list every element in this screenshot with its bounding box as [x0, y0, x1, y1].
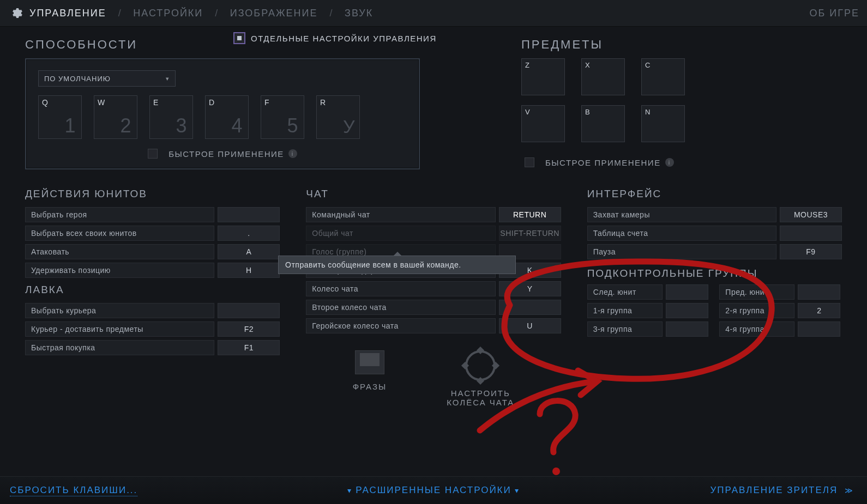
bind-row[interactable]: АтаковатьA	[25, 244, 280, 260]
bind-row[interactable]: Выбрать героя	[25, 207, 280, 223]
bind-row[interactable]: Общий чатSHIFT-RETURN	[306, 225, 561, 241]
ability-slot-6[interactable]: RУ	[316, 95, 360, 139]
abilities-quickcast[interactable]: БЫСТРОЕ ПРИМЕНЕНИЕ i	[38, 149, 407, 159]
tab-about[interactable]: ОБ ИГРЕ	[807, 8, 862, 19]
reset-keys-button[interactable]: СБРОСИТЬ КЛАВИШИ...	[10, 485, 137, 496]
item-slot-3[interactable]: C	[641, 58, 685, 95]
chevron-right-icon: ≫	[845, 486, 854, 495]
bind-key[interactable]	[780, 226, 842, 241]
bind-key[interactable]: .	[218, 226, 280, 241]
chat-title: ЧАТ	[306, 188, 561, 200]
bind-row[interactable]: 4-я группа	[719, 321, 842, 337]
bind-key[interactable]: U	[499, 318, 561, 333]
bind-row[interactable]: Выбрать курьера	[25, 302, 280, 319]
advanced-settings-button[interactable]: РАСШИРЕННЫЕ НАСТРОЙКИ	[356, 485, 511, 496]
bind-row[interactable]: Командный чатRETURN	[306, 207, 561, 223]
bind-key[interactable]	[218, 303, 280, 318]
bind-row[interactable]: 3-я группа	[587, 321, 710, 337]
preset-dropdown[interactable]: ПО УМОЛЧАНИЮ ▾	[38, 70, 176, 87]
bind-row[interactable]: 2-я группа2	[719, 302, 842, 319]
bind-row[interactable]: Удерживать позициюH	[25, 262, 280, 278]
bind-key[interactable]: F9	[780, 244, 842, 259]
bind-key[interactable]	[666, 303, 708, 318]
bind-row[interactable]: Геройское колесо чатаU	[306, 318, 561, 334]
bind-key[interactable]	[499, 300, 561, 315]
item-slot-5[interactable]: B	[581, 105, 625, 142]
unit-actions-title: ДЕЙСТВИЯ ЮНИТОВ	[25, 188, 280, 200]
gear-icon[interactable]	[9, 5, 24, 21]
ability-slot-5[interactable]: F5	[261, 95, 304, 139]
quickcast-label: БЫСТРОЕ ПРИМЕНЕНИЕ	[168, 149, 284, 159]
svg-point-0	[552, 467, 560, 475]
per-hero-toggle[interactable]: ОТДЕЛЬНЫЕ НАСТРОЙКИ УПРАВЛЕНИЯ	[233, 32, 437, 44]
bind-key[interactable]: F2	[218, 321, 280, 337]
bind-row[interactable]: Захват камерыMOUSE3	[587, 207, 842, 223]
tooltip: Отправить сообщение всем в вашей команде…	[278, 256, 516, 274]
bind-key[interactable]	[666, 284, 708, 300]
footer: СБРОСИТЬ КЛАВИШИ... ▾ РАСШИРЕННЫЕ НАСТРО…	[0, 476, 867, 504]
bind-key[interactable]: SHIFT-RETURN	[499, 226, 561, 241]
top-bar: УПРАВЛЕНИЕ / НАСТРОЙКИ / ИЗОБРАЖЕНИЕ / З…	[0, 0, 867, 27]
wheel-label-1: НАСТРОИТЬ	[451, 388, 510, 398]
bind-key[interactable]: A	[218, 244, 280, 259]
quickcast-label: БЫСТРОЕ ПРИМЕНЕНИЕ	[545, 158, 661, 167]
tab-controls[interactable]: УПРАВЛЕНИЕ	[27, 8, 109, 19]
tab-settings[interactable]: НАСТРОЙКИ	[131, 8, 205, 19]
checkbox-icon[interactable]	[233, 32, 245, 44]
bind-row[interactable]: 1-я группа	[587, 302, 710, 319]
phrases-icon	[355, 350, 384, 374]
bind-key[interactable]: F1	[218, 340, 280, 355]
checkbox-icon[interactable]	[148, 149, 158, 159]
ability-slot-1[interactable]: Q1	[38, 95, 82, 139]
bind-key[interactable]	[798, 321, 840, 337]
bind-row[interactable]: След. юнит	[587, 284, 710, 300]
info-icon[interactable]: i	[665, 158, 674, 167]
bind-key[interactable]	[666, 321, 708, 337]
chevron-down-icon: ▾	[515, 486, 520, 495]
items-quickcast[interactable]: БЫСТРОЕ ПРИМЕНЕНИЕ i	[525, 157, 842, 167]
chevron-down-icon: ▾	[166, 75, 170, 82]
items-title: ПРЕДМЕТЫ	[521, 38, 842, 52]
checkbox-icon[interactable]	[525, 157, 534, 167]
bind-key[interactable]	[218, 207, 280, 222]
item-slot-2[interactable]: X	[581, 58, 625, 95]
bind-row[interactable]: Курьер - доставить предметыF2	[25, 321, 280, 337]
chat-wheel-setup-button[interactable]: НАСТРОИТЬ КОЛЁСА ЧАТА	[447, 350, 514, 407]
item-slots-row1: Z X C	[521, 58, 842, 95]
control-groups-title: ПОДКОНТРОЛЬНЫЕ ГРУППЫ	[587, 268, 842, 280]
per-hero-label: ОТДЕЛЬНЫЕ НАСТРОЙКИ УПРАВЛЕНИЯ	[251, 34, 437, 43]
bind-key[interactable]	[798, 284, 840, 300]
bind-row[interactable]: Второе колесо чата	[306, 299, 561, 315]
ability-slot-2[interactable]: W2	[94, 95, 137, 139]
tab-audio[interactable]: ЗВУК	[342, 8, 375, 19]
bind-row[interactable]: Быстрая покупкаF1	[25, 339, 280, 356]
bind-key[interactable]: Y	[499, 281, 561, 296]
tab-video[interactable]: ИЗОБРАЖЕНИЕ	[228, 8, 320, 19]
wheel-icon	[465, 350, 496, 381]
bind-key[interactable]: 2	[798, 303, 840, 318]
item-slot-1[interactable]: Z	[521, 58, 565, 95]
item-slot-4[interactable]: V	[521, 105, 565, 142]
ability-slots: Q1 W2 E3 D4 F5 RУ	[38, 95, 407, 139]
shop-title: ЛАВКА	[25, 284, 280, 296]
chevron-down-icon: ▾	[347, 486, 352, 495]
abilities-panel: ПО УМОЛЧАНИЮ ▾ Q1 W2 E3 D4 F5 RУ БЫСТРОЕ…	[25, 58, 420, 169]
ability-slot-3[interactable]: E3	[149, 95, 193, 139]
bind-row[interactable]: Выбрать всех своих юнитов.	[25, 225, 280, 241]
bind-key[interactable]: RETURN	[499, 207, 561, 222]
phrases-button[interactable]: ФРАЗЫ	[353, 350, 387, 407]
bind-row[interactable]: Пред. юнит	[719, 284, 842, 300]
interface-title: ИНТЕРФЕЙС	[587, 188, 842, 200]
info-icon[interactable]: i	[288, 149, 297, 158]
item-slot-6[interactable]: N	[641, 105, 685, 142]
ability-slot-4[interactable]: D4	[205, 95, 249, 139]
bind-row[interactable]: Колесо чатаY	[306, 281, 561, 297]
spectator-controls-button[interactable]: УПРАВЛЕНИЕ ЗРИТЕЛЯ	[711, 485, 838, 495]
tab-separator: /	[320, 8, 343, 19]
wheel-label-2: КОЛЁСА ЧАТА	[447, 398, 514, 407]
bind-row[interactable]: ПаузаF9	[587, 244, 842, 260]
bind-row[interactable]: Таблица счета	[587, 225, 842, 241]
bind-key[interactable]: MOUSE3	[780, 207, 842, 222]
bind-key[interactable]: H	[218, 263, 280, 278]
tab-separator: /	[109, 8, 131, 19]
